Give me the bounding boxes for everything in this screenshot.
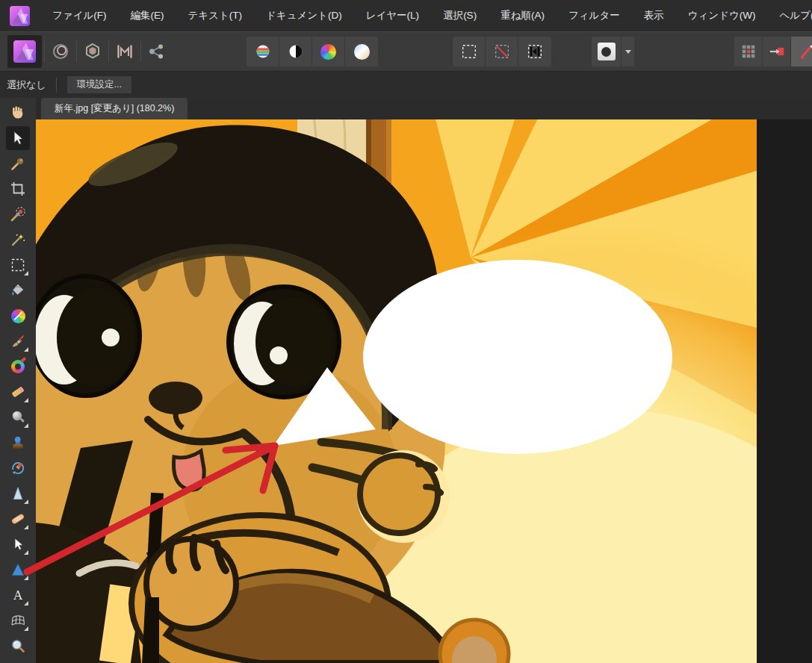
colour-swirl-brush-icon [11,360,25,373]
separator [56,78,57,93]
pencil-button[interactable] [791,37,812,66]
erase-tool[interactable] [5,379,31,405]
auto-contrast-icon [288,43,304,60]
quick-mask-icon [598,43,616,60]
auto-contrast-button[interactable] [279,37,312,66]
separator [76,41,77,62]
document-area: 新年.jpg [変更あり] (180.2%) [36,98,812,663]
auto-colours-button[interactable] [312,37,345,66]
node-tool[interactable] [5,532,31,557]
marquee-icon [10,257,26,273]
tone-mapping-persona-button[interactable] [111,37,138,66]
gradient-tool[interactable] [5,303,31,329]
canvas-image[interactable] [36,119,757,663]
liquify-persona-icon [51,42,70,61]
menu-window[interactable]: ウィンドウ(W) [676,0,768,31]
selection-status: 選択なし [7,78,46,92]
menu-view[interactable]: 表示 [632,0,676,31]
assistant-button[interactable] [763,37,791,66]
eraser-icon [10,384,26,400]
clone-stamp-tool[interactable] [5,430,31,455]
photo-persona-button[interactable] [7,35,42,68]
main-toolbar [0,31,812,71]
separator [44,41,45,62]
auto-levels-icon [255,43,271,60]
hand-icon [10,105,26,121]
menu-text[interactable]: テキスト(T) [176,0,255,31]
zoom-tool[interactable] [5,633,31,659]
flood-select-tool[interactable] [5,227,31,252]
dodge-sphere-icon [10,409,26,426]
tone-mapping-persona-icon [115,42,134,61]
toolbar-right-group [734,37,812,66]
quick-mask-button[interactable] [592,37,622,66]
bandage-icon [10,511,26,527]
preferences-button[interactable]: 環境設定... [66,75,132,94]
healing-tool[interactable] [5,506,31,532]
crop-icon [10,181,26,197]
document-tab-bar: 新年.jpg [変更あり] (180.2%) [36,98,812,119]
colour-picker-tool[interactable] [5,151,31,176]
view-tool[interactable] [5,100,31,125]
magnifier-icon [10,638,26,654]
menu-help[interactable]: ヘルプ(H) [768,0,812,31]
export-persona-button[interactable] [143,37,170,66]
selection-brush-tool[interactable] [5,202,31,227]
auto-colours-icon [320,44,336,60]
paint-brush-tool[interactable] [5,329,31,354]
menu-select[interactable]: 選択(S) [431,0,489,31]
develop-persona-icon [83,42,102,61]
invert-selection-icon [526,43,544,60]
mesh-warp-tool[interactable] [5,608,31,633]
menu-file[interactable]: ファイル(F) [40,0,119,31]
marquee-tool[interactable] [5,252,31,278]
menu-document[interactable]: ドキュメント(D) [254,0,354,31]
menu-bar: ファイル(F) 編集(E) テキスト(T) ドキュメント(D) レイヤー(L) … [0,0,812,31]
main-area: A 新年.jpg [変更あり] (180.2%) [0,98,812,663]
develop-persona-button[interactable] [79,37,106,66]
select-all-icon [460,43,478,60]
photo-persona-icon [13,40,36,63]
canvas-viewport[interactable] [36,119,812,663]
pencil-icon [798,43,812,60]
auto-adjustments-group [247,37,378,66]
magic-wand-icon [10,231,26,248]
crop-tool[interactable] [5,176,31,202]
dodge-tool[interactable] [5,405,31,430]
snapping-button[interactable] [734,37,763,66]
deselect-button[interactable] [486,37,518,66]
chevron-down-icon [625,50,631,54]
invert-selection-button[interactable] [518,37,551,66]
undo-brush-tool[interactable] [5,455,31,481]
context-toolbar: 選択なし 環境設定... [0,71,812,98]
shape-tool[interactable] [5,557,31,582]
document-tab[interactable]: 新年.jpg [変更あり] (180.2%) [41,98,187,119]
move-tool[interactable] [6,126,30,150]
cursor-arrow-icon [10,130,26,146]
svg-text:A: A [13,588,22,603]
quick-mask-dropdown[interactable] [622,37,634,66]
auto-white-balance-button[interactable] [345,37,378,66]
text-tool[interactable]: A [5,582,31,608]
aperture-glyph [10,6,30,26]
separator [108,41,109,62]
flood-fill-tool[interactable] [5,278,31,303]
liquify-persona-button[interactable] [47,37,74,66]
menu-layer[interactable]: レイヤー(L) [354,0,431,31]
node-arrow-icon [10,536,26,552]
select-all-button[interactable] [453,37,486,66]
menu-filter[interactable]: フィルター [557,0,632,31]
separator [140,41,141,62]
blur-tool[interactable] [5,481,31,506]
assistant-icon [768,43,786,60]
deselect-icon [493,43,511,60]
auto-levels-button[interactable] [247,37,279,66]
stamp-icon [10,435,26,451]
app-logo-icon [10,6,30,26]
menu-edit[interactable]: 編集(E) [119,0,176,31]
snapping-grid-icon [740,43,757,60]
auto-white-balance-icon [354,44,370,60]
eyedropper-icon [10,155,26,172]
menu-arrange[interactable]: 重ね順(A) [489,0,557,31]
colour-replacement-tool[interactable] [5,354,31,379]
